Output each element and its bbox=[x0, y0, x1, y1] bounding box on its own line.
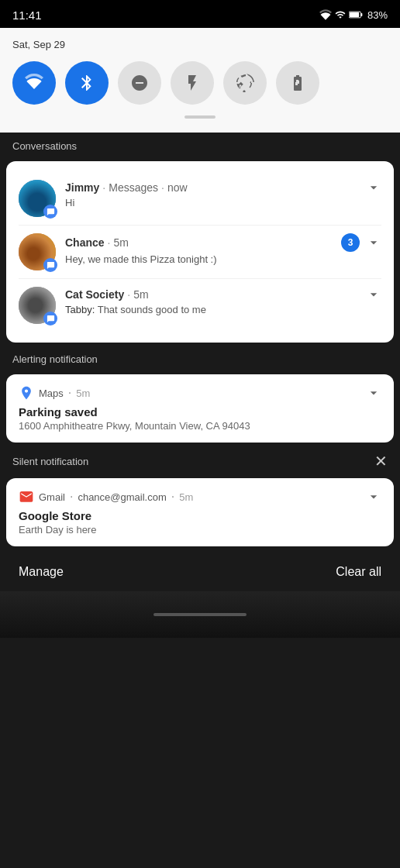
chance-time: 5m bbox=[113, 236, 128, 249]
battery-status-icon bbox=[349, 9, 363, 20]
maps-app-name: Maps bbox=[39, 388, 64, 399]
jimmy-meta: Jimmy · Messages · now bbox=[65, 181, 188, 194]
bottom-blur-area bbox=[0, 591, 400, 638]
maps-app-info: Maps · 5m bbox=[19, 385, 90, 401]
silent-label: Silent notification bbox=[12, 456, 88, 467]
cat-messages-icon bbox=[43, 312, 57, 326]
gmail-app-info: Gmail · chance@gmail.com · 5m bbox=[19, 489, 193, 505]
gmail-email: chance@gmail.com bbox=[78, 491, 166, 503]
wifi-status-icon bbox=[319, 9, 332, 20]
svg-rect-1 bbox=[361, 13, 363, 16]
jimmy-message: Hi bbox=[65, 197, 381, 208]
cat-dot-1: · bbox=[127, 288, 130, 301]
gmail-dot-2: · bbox=[171, 490, 174, 504]
jimmy-dot-2: · bbox=[161, 181, 164, 194]
jimmy-messages-icon bbox=[43, 205, 57, 219]
battery-percentage: 83% bbox=[367, 9, 388, 21]
jimmy-dot-1: · bbox=[102, 181, 105, 194]
maps-app-icon bbox=[19, 385, 34, 401]
chance-header-row: Chance · 5m 3 bbox=[65, 233, 381, 252]
jimmy-name: Jimmy bbox=[65, 181, 99, 194]
bottom-bar: Manage Clear all bbox=[0, 553, 400, 591]
chance-dot-1: · bbox=[108, 236, 111, 249]
cat-avatar-wrap bbox=[19, 287, 56, 324]
conversations-section-header: Conversations bbox=[0, 133, 400, 158]
maps-time: 5m bbox=[76, 388, 90, 399]
chance-message: Hey, we made this Pizza tonight :) bbox=[65, 253, 381, 265]
cat-society-name: Cat Society bbox=[65, 288, 124, 301]
chance-name: Chance bbox=[65, 236, 105, 249]
maps-dot: · bbox=[68, 386, 71, 400]
maps-header-row: Maps · 5m bbox=[19, 385, 381, 401]
manage-button[interactable]: Manage bbox=[19, 565, 64, 579]
cat-right bbox=[360, 287, 381, 302]
alerting-section-header: Alerting notification bbox=[0, 346, 400, 371]
cat-meta: Cat Society · 5m bbox=[65, 288, 149, 301]
cat-time: 5m bbox=[133, 288, 148, 301]
jimmy-content: Jimmy · Messages · now Hi bbox=[65, 180, 381, 208]
cat-header-row: Cat Society · 5m bbox=[65, 287, 381, 302]
status-icons: 83% bbox=[319, 9, 388, 21]
rotate-toggle[interactable] bbox=[223, 61, 267, 105]
maps-title: Parking saved bbox=[19, 405, 381, 418]
flashlight-toggle[interactable] bbox=[171, 61, 214, 105]
cat-message: Tabby: That sounds good to me bbox=[65, 304, 381, 315]
cat-expand-button[interactable] bbox=[360, 287, 381, 302]
silent-close-button[interactable]: ✕ bbox=[374, 453, 388, 469]
cat-society-content: Cat Society · 5m Tabby: That sounds good… bbox=[65, 287, 381, 315]
signal-status-icon bbox=[335, 9, 346, 20]
battery-saver-toggle[interactable] bbox=[276, 61, 319, 105]
gmail-title: Google Store bbox=[19, 509, 381, 522]
chance-expand-button[interactable] bbox=[360, 235, 381, 250]
clear-all-button[interactable]: Clear all bbox=[336, 565, 381, 579]
gmail-expand-button[interactable] bbox=[360, 489, 381, 505]
bluetooth-toggle[interactable] bbox=[65, 61, 109, 105]
wifi-toggle[interactable] bbox=[12, 61, 56, 105]
status-bar: 11:41 83% bbox=[0, 0, 400, 28]
qs-date: Sat, Sep 29 bbox=[12, 39, 388, 50]
home-indicator bbox=[153, 613, 247, 616]
conversations-label: Conversations bbox=[12, 140, 77, 152]
gmail-time: 5m bbox=[179, 491, 193, 503]
gmail-app-name: Gmail bbox=[39, 491, 65, 503]
jimmy-right bbox=[360, 180, 381, 195]
chance-messages-icon bbox=[43, 258, 57, 272]
alerting-label: Alerting notification bbox=[12, 353, 98, 365]
qs-handle bbox=[184, 115, 216, 119]
gmail-dot-1: · bbox=[70, 490, 73, 504]
jimmy-time: now bbox=[167, 181, 188, 194]
chance-meta: Chance · 5m bbox=[65, 236, 129, 249]
jimmy-expand-button[interactable] bbox=[360, 180, 381, 195]
conversation-jimmy[interactable]: Jimmy · Messages · now Hi bbox=[19, 172, 381, 225]
chance-content: Chance · 5m 3 Hey, we made this Pizza to… bbox=[65, 233, 381, 265]
svg-rect-2 bbox=[350, 12, 359, 17]
jimmy-header-row: Jimmy · Messages · now bbox=[65, 180, 381, 195]
maps-expand-button[interactable] bbox=[360, 385, 381, 401]
silent-section-header: Silent notification ✕ bbox=[0, 446, 400, 475]
conversation-chance[interactable]: Chance · 5m 3 Hey, we made this Pizza to… bbox=[19, 225, 381, 278]
cat-sender: Tabby: bbox=[65, 304, 95, 315]
chance-avatar-wrap bbox=[19, 233, 56, 270]
conversations-card: Jimmy · Messages · now Hi bbox=[6, 161, 394, 343]
maps-notification[interactable]: Maps · 5m Parking saved 1600 Amphitheatr… bbox=[6, 374, 394, 443]
conversation-cat-society[interactable]: Cat Society · 5m Tabby: That sounds good… bbox=[19, 278, 381, 332]
status-time: 11:41 bbox=[12, 9, 42, 22]
gmail-header-row: Gmail · chance@gmail.com · 5m bbox=[19, 489, 381, 505]
gmail-body: Earth Day is here bbox=[19, 524, 381, 536]
gmail-notification[interactable]: Gmail · chance@gmail.com · 5m Google Sto… bbox=[6, 478, 394, 546]
jimmy-avatar-wrap bbox=[19, 180, 56, 217]
maps-body: 1600 Amphitheatre Pkwy, Mountain View, C… bbox=[19, 420, 381, 432]
qs-toggles bbox=[12, 61, 388, 105]
jimmy-app: Messages bbox=[109, 181, 158, 194]
chance-badge: 3 bbox=[341, 233, 360, 252]
quick-settings-panel: Sat, Sep 29 bbox=[0, 28, 400, 133]
gmail-app-icon bbox=[19, 489, 34, 505]
dnd-toggle[interactable] bbox=[118, 61, 161, 105]
chance-right: 3 bbox=[336, 233, 381, 252]
